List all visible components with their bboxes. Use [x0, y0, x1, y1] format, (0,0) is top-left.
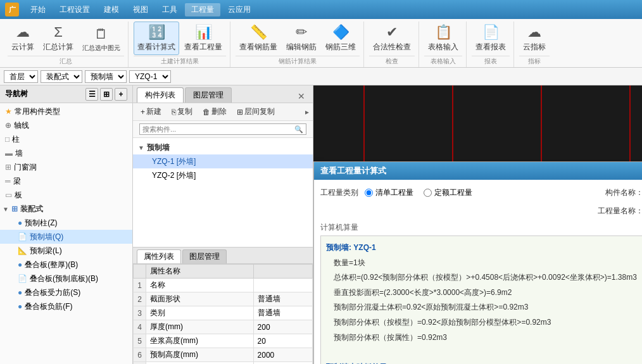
quantity-name-label: 工程量名称： — [598, 206, 642, 217]
nav-item-column[interactable]: □ 柱 — [0, 132, 132, 146]
ribbon-group-label-table: 表格输入 — [424, 56, 462, 66]
select-calc-button[interactable]: 🗒 汇总选中图元 — [79, 23, 124, 55]
toolbar-row: 首层 装配式 预制墙 YZQ-1 — [0, 68, 642, 85]
menu-model[interactable]: 建模 — [98, 3, 125, 16]
attr-tab-bar: 属性列表 图层管理 — [133, 248, 313, 264]
nav-list-view-button[interactable]: ☰ — [85, 88, 98, 101]
radio-qingdan-input[interactable] — [365, 189, 373, 197]
nav-item-composite-slab[interactable]: ● 叠合板(整厚)(B) — [0, 258, 132, 272]
nav-item-composite-tension-label: 叠合板受力筋(S) — [25, 287, 80, 298]
component-tab-bar: 构件列表 图层管理 ✕ — [133, 85, 313, 103]
formula-dialog-body: 工程量类别 清单工程量 定额工程量 — [314, 180, 642, 364]
table-row: 2 截面形状 普通墙 — [134, 292, 313, 306]
tree-parent-prefab-wall[interactable]: ▼ 预制墙 — [133, 141, 313, 154]
tree-item-yzq1[interactable]: YZQ-1 [外墙] — [133, 154, 313, 168]
menu-project-settings[interactable]: 工程设置 — [53, 3, 96, 16]
tab-attr-layer[interactable]: 图层管理 — [182, 249, 227, 263]
nav-item-prefab[interactable]: ▼ ⊞ 装配式 — [0, 202, 132, 216]
total-calc-button[interactable]: Σ 汇总计算 — [39, 22, 77, 55]
nav-item-prefab-beam[interactable]: 📐 预制梁(L) — [0, 244, 132, 258]
nav-item-composite-tension[interactable]: ● 叠合板受力筋(S) — [0, 286, 132, 299]
table-row: 4 厚度(mm) 200 — [134, 320, 313, 334]
nav-item-prefab-wall[interactable]: 📄 预制墙(Q) — [0, 230, 132, 244]
search-box: 🔍 — [139, 123, 306, 135]
legality-check-button[interactable]: ✔ 合法性检查 — [369, 22, 415, 55]
sigma-icon: Σ — [54, 24, 63, 41]
table-input-button[interactable]: 📋 表格输入 — [424, 22, 462, 55]
report-icon: 📄 — [482, 24, 500, 41]
prefab-column-icon: ● — [18, 218, 22, 227]
title-bar: 广 开始 工程设置 建模 视图 工具 工程量 云应用 — [0, 0, 642, 19]
menu-cloud[interactable]: 云应用 — [222, 3, 257, 16]
attr-col-name: 属性名称 — [146, 265, 254, 279]
nav-item-beam[interactable]: ═ 梁 — [0, 174, 132, 188]
nav-tree-view-button[interactable]: ⊞ — [100, 88, 113, 101]
ribbon-group-index: ☁ 云指标 指标 — [515, 22, 553, 67]
search-icon: 🔍 — [294, 125, 303, 134]
radio-dinge[interactable]: 定额工程量 — [424, 187, 472, 198]
nav-item-composite-slab-pre[interactable]: 📄 叠合板(预制底板)(B) — [0, 272, 132, 286]
floor-copy-button[interactable]: ⊞ 层间复制 — [233, 105, 279, 118]
steel-3d-button[interactable]: 🔷 钢筋三维 — [322, 22, 360, 55]
nav-item-common[interactable]: ★ 常用构件类型 — [0, 104, 132, 118]
tab-component-list[interactable]: 构件列表 — [137, 87, 184, 103]
floor-select[interactable]: 首层 — [4, 70, 38, 83]
tab-layer-management[interactable]: 图层管理 — [185, 87, 232, 103]
nav-item-prefab-column[interactable]: ● 预制柱(Z) — [0, 216, 132, 230]
doorwindow-icon: ⊞ — [5, 163, 11, 172]
ribbon-group-label-steel: 钢筋计算结果 — [236, 56, 360, 66]
search-input[interactable] — [142, 125, 294, 133]
menu-tools[interactable]: 工具 — [156, 3, 184, 16]
copy-component-button[interactable]: ⎘ 复制 — [168, 105, 196, 118]
menu-view[interactable]: 视图 — [127, 3, 154, 16]
formula-icon: 🔢 — [148, 24, 165, 41]
attr-col-seq — [134, 265, 146, 279]
menu-quantity[interactable]: 工程量 — [185, 3, 220, 16]
formula-line-5: 预制部分体积（按模型）=0.92<原始预制部分模型体积>=0.92m3 — [326, 316, 642, 330]
nav-item-beam-label: 梁 — [13, 176, 21, 187]
cloud-index-button[interactable]: ☁ 云指标 — [519, 22, 550, 55]
view-formula-button[interactable]: 🔢 查看计算式 — [134, 22, 179, 55]
3d-icon: 🔷 — [332, 24, 349, 41]
view-quantity-button[interactable]: 📊 查看工程量 — [180, 22, 226, 55]
column-icon: □ — [5, 135, 9, 144]
tree-expand-icon: ▼ — [138, 144, 144, 151]
radio-qingdan[interactable]: 清单工程量 — [365, 187, 413, 198]
nav-add-button[interactable]: + — [115, 88, 127, 101]
component-select[interactable]: YZQ-1 — [129, 70, 171, 83]
nav-item-doorwindow[interactable]: ⊞ 门窗洞 — [0, 160, 132, 174]
steel-qty-icon: 📏 — [250, 24, 267, 41]
attr-panel: 属性列表 图层管理 属性名称 1 名称 — [133, 247, 313, 364]
tab-attr-list[interactable]: 属性列表 — [137, 249, 181, 263]
component-panel-toolbar: + 新建 ⎘ 复制 🗑 删除 ⊞ 层间复制 ▸ — [133, 103, 313, 121]
view-report-button[interactable]: 📄 查看报表 — [472, 22, 510, 55]
new-component-button[interactable]: + 新建 — [137, 105, 165, 118]
table-icon: 📋 — [435, 24, 452, 41]
more-options-icon[interactable]: ▸ — [305, 108, 309, 116]
ribbon-group-tujian: 🔢 查看计算式 📊 查看工程量 土建计算结果 — [130, 22, 230, 67]
delete-component-button[interactable]: 🗑 删除 — [199, 105, 230, 118]
nav-item-common-label: 常用构件类型 — [15, 106, 60, 117]
tree-item-yzq2[interactable]: YZQ-2 [外墙] — [133, 168, 313, 182]
nav-item-axis[interactable]: ⊕ 轴线 — [0, 118, 132, 132]
table-row: 3 类别 普通墙 — [134, 306, 313, 320]
nav-item-composite-neg[interactable]: ● 叠合板负筋(F) — [0, 299, 132, 313]
nav-item-wall[interactable]: ▬ 墙 — [0, 146, 132, 160]
view-steel-button[interactable]: 📏 查看钢筋量 — [236, 22, 281, 55]
quantity-icon: 📊 — [195, 24, 212, 41]
ribbon: ☁ 云计算 Σ 汇总计算 🗒 汇总选中图元 汇总 🔢 查看计算式 📊 查看工程量 — [0, 19, 642, 68]
nav-item-slab[interactable]: ▭ 板 — [0, 188, 132, 202]
panel-close-button[interactable]: ✕ — [294, 90, 309, 103]
component-type-select[interactable]: 预制墙 — [85, 70, 127, 83]
formula-dialog: 查看工程量计算式 工程量类别 清单工程量 定额工程量 — [313, 161, 642, 364]
slab-icon: ▭ — [5, 191, 12, 199]
menu-start[interactable]: 开始 — [24, 3, 52, 16]
ribbon-group-table: 📋 表格输入 表格输入 — [420, 22, 467, 67]
composite-slab-pre-icon: 📄 — [18, 274, 27, 283]
radio-dinge-input[interactable] — [424, 189, 432, 197]
nav-panel-header: 导航树 ☰ ⊞ + — [0, 85, 132, 103]
edit-steel-button[interactable]: ✏ 编辑钢筋 — [282, 22, 320, 55]
cloud-calc-button[interactable]: ☁ 云计算 — [8, 22, 38, 55]
style-select[interactable]: 装配式 — [41, 70, 82, 83]
nav-item-prefab-wall-label: 预制墙(Q) — [30, 232, 63, 242]
